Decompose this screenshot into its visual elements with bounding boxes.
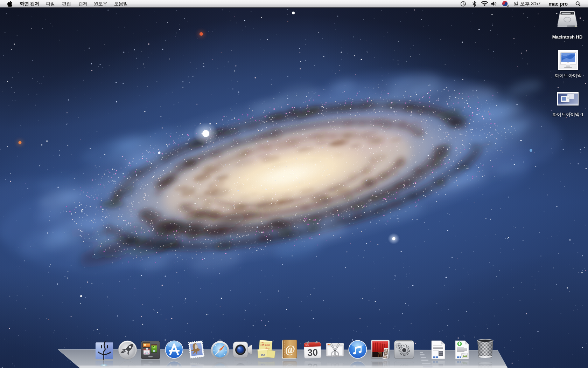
svg-text:30: 30 — [307, 347, 318, 358]
svg-text:월: 월 — [307, 344, 309, 346]
svg-text:6: 6 — [305, 344, 307, 346]
svg-text:@: @ — [285, 343, 295, 355]
svg-text:Muf: Muf — [261, 354, 265, 356]
svg-text:2: 2 — [507, 4, 509, 7]
